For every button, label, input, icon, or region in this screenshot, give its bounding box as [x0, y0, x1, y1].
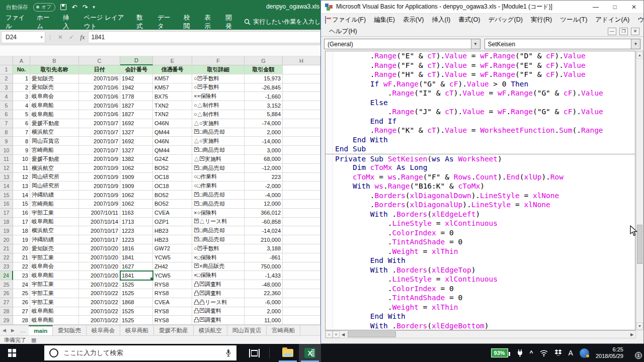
row-header-14[interactable]: 14: [0, 182, 13, 191]
cancel-entry-icon[interactable]: ✕: [55, 34, 66, 41]
cell-A5[interactable]: 4: [13, 101, 30, 110]
cell-G7[interactable]: -74,000: [245, 119, 283, 128]
ribbon-tab-5[interactable]: データ: [152, 14, 178, 30]
object-combo[interactable]: (General)▼: [324, 39, 480, 49]
cell-A18[interactable]: 17: [13, 218, 30, 227]
cell-H22[interactable]: [283, 253, 320, 262]
cell-F26[interactable]: 凸凹調査料: [192, 289, 245, 298]
cell-B15[interactable]: 沖縄紡績: [30, 191, 79, 200]
cell-B23[interactable]: 岐阜商会: [30, 262, 79, 272]
cell-D14[interactable]: 1909: [120, 182, 153, 191]
cell-G12[interactable]: -12,000: [245, 164, 283, 173]
vba-menu-6[interactable]: 実行(R): [527, 16, 556, 24]
cell-E6[interactable]: TXN2: [153, 110, 192, 119]
cell-G15[interactable]: -4,000: [245, 191, 283, 200]
row-header-5[interactable]: 5: [0, 101, 13, 110]
ime-mode-indicator[interactable]: A: [569, 349, 573, 357]
cell-C6[interactable]: 2007/10/6: [79, 110, 120, 119]
namebox-dropdown-icon[interactable]: ▾: [40, 35, 43, 40]
cell-E14[interactable]: OC18: [153, 182, 192, 191]
cell-G13[interactable]: 223: [245, 173, 283, 182]
sheet-nav-more-icon[interactable]: …: [17, 327, 29, 333]
code-line-27[interactable]: .TintAndShade = 0: [326, 293, 635, 303]
cell-E21[interactable]: GW72: [153, 244, 192, 253]
cell-B13[interactable]: 岡山研究所: [30, 173, 79, 182]
cell-C4[interactable]: 2007/10/6: [79, 92, 120, 101]
cell-C11[interactable]: 2007/10/9: [79, 155, 120, 164]
cell-C21[interactable]: 2007/10/20: [79, 244, 120, 253]
start-button[interactable]: [0, 344, 24, 362]
code-line-20[interactable]: .ColorIndex = 0: [326, 228, 635, 238]
horizontal-scroll-thumb[interactable]: [348, 331, 396, 337]
cell-A7[interactable]: 6: [13, 119, 30, 128]
code-line-13[interactable]: Dim cToMx As Long: [326, 163, 635, 172]
redo-icon[interactable]: ↷: [82, 4, 88, 11]
taskbar-search[interactable]: ここに入力して検索: [44, 345, 236, 360]
cell-B22[interactable]: 宇部工業: [30, 253, 79, 262]
code-line-4[interactable]: If wF.Range("G" & cF).Value > 0 Then: [326, 79, 635, 89]
code-line-21[interactable]: .TintAndShade = 0: [326, 237, 635, 247]
cell-D11[interactable]: 1382: [120, 155, 153, 164]
cell-D26[interactable]: 1525: [120, 289, 153, 298]
cell-D24[interactable]: 1841: [120, 271, 153, 280]
cell-B3[interactable]: 愛知販売: [30, 83, 79, 93]
cell-B11[interactable]: 愛媛不動産: [30, 155, 79, 164]
cell-A6[interactable]: 5: [13, 110, 30, 119]
vba-menu-help[interactable]: ヘルプ(H): [325, 27, 361, 36]
sheet-tab-岡山百貨店[interactable]: 岡山百貨店: [227, 325, 267, 336]
task-view-button[interactable]: [251, 350, 258, 356]
row-header-17[interactable]: 17: [0, 209, 13, 218]
cell-A14[interactable]: 13: [13, 182, 30, 191]
code-line-8[interactable]: End If: [326, 117, 635, 126]
cell-E26[interactable]: RYS8: [153, 289, 192, 298]
cell-B27[interactable]: 宇部工業: [30, 298, 79, 307]
row-header-24[interactable]: 24: [0, 271, 13, 280]
dropbox-icon[interactable]: [554, 349, 562, 356]
cell-A23[interactable]: 22: [13, 262, 30, 272]
cell-H10[interactable]: [283, 146, 320, 155]
cell-E9[interactable]: O46N: [153, 137, 192, 146]
cell-B16[interactable]: 宮崎商船: [30, 200, 79, 209]
cell-E15[interactable]: BO52: [153, 191, 192, 200]
row-header-27[interactable]: 27: [0, 298, 13, 307]
cell-E17[interactable]: CVEA: [153, 209, 192, 218]
row-header-20[interactable]: 20: [0, 235, 13, 244]
cell-D6[interactable]: 1827: [120, 110, 153, 119]
cell-F19[interactable]: 凹□商品売却: [192, 226, 245, 235]
cell-G6[interactable]: 5,884: [245, 110, 283, 119]
code-line-7[interactable]: .Range("J" & cT).Value = wF.Range("G" & …: [326, 107, 635, 117]
cell-E3[interactable]: KM57: [153, 83, 192, 93]
code-line-19[interactable]: .LineStyle = xlContinuous: [326, 219, 635, 228]
cell-D28[interactable]: 1525: [120, 307, 153, 316]
cell-E11[interactable]: G24Z: [153, 155, 192, 164]
save-icon[interactable]: [60, 4, 66, 10]
cell-B7[interactable]: 愛媛不動産: [30, 119, 79, 128]
cell-B9[interactable]: 岡山百貨店: [30, 137, 79, 146]
column-header-D[interactable]: D: [120, 56, 153, 65]
cell-E24[interactable]: YCW5: [153, 271, 192, 280]
cell-G23[interactable]: 750,000: [245, 262, 283, 272]
cell-E20[interactable]: HB23: [153, 235, 192, 244]
file-explorer-button[interactable]: [277, 344, 299, 362]
cell-D5[interactable]: 1827: [120, 101, 153, 110]
cell-A10[interactable]: 9: [13, 146, 30, 155]
cell-F5[interactable]: ○△制作料: [192, 101, 245, 110]
cell-C5[interactable]: 2007/10/6: [79, 101, 120, 110]
cell-A29[interactable]: 28: [13, 316, 30, 325]
code-line-29[interactable]: End With: [326, 312, 635, 321]
cell-F18[interactable]: 凹△リース料: [192, 218, 245, 227]
cell-H4[interactable]: [283, 92, 320, 101]
cell-D17[interactable]: 1163: [120, 209, 153, 218]
vba-menu-0[interactable]: ファイル(F): [328, 16, 370, 24]
cell-G22[interactable]: -861: [245, 253, 283, 262]
cell-F23[interactable]: 凹×商品販売: [192, 262, 245, 272]
cell-E1[interactable]: 信憑番号: [153, 65, 192, 74]
cell-D8[interactable]: 1327: [120, 128, 153, 137]
cell-C2[interactable]: 2007/10/6: [79, 74, 120, 83]
ribbon-tab-3[interactable]: ページ レイアウト: [78, 14, 131, 30]
cell-C26[interactable]: 2007/10/22: [79, 289, 120, 298]
cell-H6[interactable]: [283, 110, 320, 119]
row-header-4[interactable]: 4: [0, 92, 13, 101]
sheet-nav-right-icon[interactable]: ▶: [9, 328, 17, 333]
cell-E7[interactable]: O46N: [153, 119, 192, 128]
